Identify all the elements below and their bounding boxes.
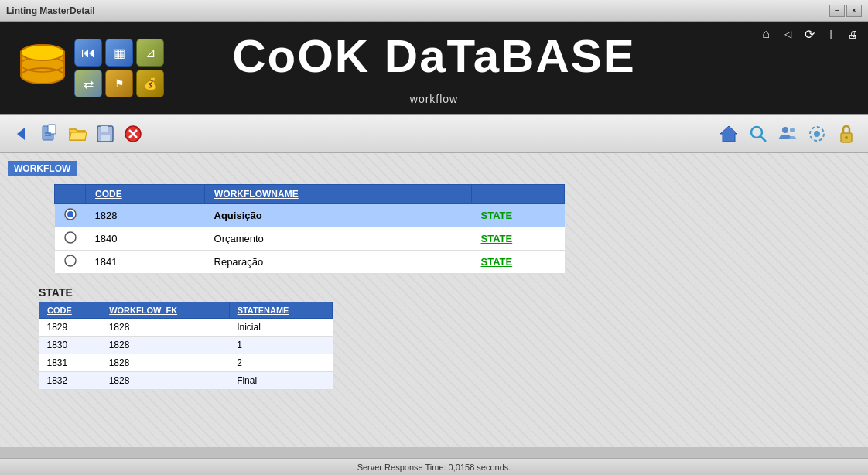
svg-point-26 — [67, 211, 73, 217]
status-text: Server Response Time: 0,0158 seconds. — [357, 463, 511, 472]
nav-back-button[interactable] — [9, 121, 34, 146]
breadcrumb: WORKFLOW — [8, 161, 77, 176]
row-radio[interactable] — [55, 227, 86, 251]
nav-new-button[interactable] — [37, 121, 62, 146]
master-col-state — [472, 185, 565, 204]
toolbar-coins-btn[interactable]: 💰 — [136, 70, 164, 97]
row-radio[interactable] — [55, 204, 86, 227]
refresh-icon[interactable]: ⟳ — [800, 25, 818, 43]
row-code: 1841 — [86, 251, 205, 274]
master-col-radio — [55, 185, 86, 204]
row-code: 1828 — [86, 204, 205, 227]
window-controls: − × — [829, 5, 862, 17]
svg-point-27 — [65, 232, 76, 243]
status-bar: Server Response Time: 0,0158 seconds. — [0, 458, 868, 475]
print-icon[interactable]: 🖨 — [843, 25, 862, 43]
nav-settings-icon[interactable] — [805, 121, 829, 146]
master-col-code[interactable]: CODE — [86, 185, 205, 204]
detail-code: 1831 — [39, 354, 101, 372]
detail-statename: Inicial — [229, 319, 332, 337]
detail-col-workflow-fk[interactable]: WORKFLOW_FK — [101, 302, 229, 319]
table-row: 1829 1828 Inicial — [39, 319, 333, 337]
detail-workflow-fk: 1828 — [101, 372, 229, 390]
svg-rect-11 — [101, 126, 108, 132]
row-code: 1840 — [86, 227, 205, 251]
detail-title: STATE — [39, 286, 837, 299]
title-bar: Linting MasterDetail − × — [0, 0, 868, 22]
toolbar-filter-btn[interactable]: ⊿ — [136, 39, 164, 67]
row-radio[interactable] — [55, 251, 86, 274]
detail-workflow-fk: 1828 — [101, 354, 229, 372]
content-area: WORKFLOW CODE WORKFLOWNAME — [0, 153, 868, 447]
svg-point-28 — [65, 255, 76, 266]
nav-delete-button[interactable] — [121, 121, 145, 146]
detail-workflow-fk: 1828 — [101, 337, 229, 354]
minimize-button[interactable]: − — [829, 5, 845, 17]
master-table: CODE WORKFLOWNAME 1828 — [54, 184, 565, 274]
nav-search-icon[interactable] — [746, 121, 771, 146]
main-content: CODE WORKFLOWNAME 1828 — [8, 184, 860, 390]
toolbar-grid-btn[interactable]: ▦ — [105, 39, 133, 67]
detail-col-statename[interactable]: STATENAME — [229, 302, 332, 319]
row-name: Orçamento — [205, 227, 472, 251]
nav-right-buttons — [716, 121, 859, 146]
detail-section: STATE CODE WORKFLOW_FK STATENAME 1829 18… — [39, 286, 837, 390]
nav-toolbar — [0, 114, 868, 153]
back-icon[interactable]: ◁ — [778, 25, 797, 43]
svg-rect-7 — [48, 125, 56, 134]
row-state-link[interactable]: STATE — [472, 251, 565, 274]
svg-point-19 — [782, 127, 788, 133]
toolbar-flags-btn[interactable]: ⚑ — [105, 70, 133, 97]
svg-point-20 — [790, 128, 795, 132]
app-title: CoOK DaTaBASE — [232, 29, 636, 83]
detail-table: CODE WORKFLOW_FK STATENAME 1829 1828 Ini… — [39, 302, 333, 390]
app-subtitle: workflow — [410, 93, 458, 105]
detail-workflow-fk: 1828 — [101, 319, 229, 337]
row-state-link[interactable]: STATE — [472, 227, 565, 251]
nav-open-button[interactable] — [65, 121, 90, 146]
detail-code: 1832 — [39, 372, 101, 390]
row-state-link[interactable]: STATE — [472, 204, 565, 227]
table-row: 1830 1828 1 — [39, 337, 333, 354]
toolbar-icons: ⏮ ▦ ⊿ ⇄ ⚑ 💰 — [15, 39, 164, 97]
home-icon[interactable]: ⌂ — [757, 25, 775, 43]
nav-lock-icon[interactable] — [834, 121, 859, 146]
svg-point-4 — [21, 45, 64, 60]
svg-marker-5 — [17, 128, 25, 140]
table-row[interactable]: 1841 Reparação STATE — [55, 251, 565, 274]
svg-point-17 — [751, 127, 762, 138]
svg-marker-16 — [720, 126, 737, 142]
master-col-workflowname[interactable]: WORKFLOWNAME — [205, 185, 472, 204]
table-row: 1832 1828 Final — [39, 372, 333, 390]
row-name: Reparação — [205, 251, 472, 274]
detail-statename: 2 — [229, 354, 332, 372]
table-row[interactable]: 1840 Orçamento STATE — [55, 227, 565, 251]
detail-statename: 1 — [229, 337, 332, 354]
separator-icon: | — [822, 25, 840, 43]
toolbar-import-btn[interactable]: ⇄ — [74, 70, 102, 97]
toolbar-back-btn[interactable]: ⏮ — [74, 39, 102, 67]
row-name: Aquisição — [205, 204, 472, 227]
nav-left-buttons — [9, 121, 145, 146]
detail-code: 1829 — [39, 319, 101, 337]
svg-point-2 — [21, 68, 64, 84]
nav-save-button[interactable] — [93, 121, 118, 146]
detail-statename: Final — [229, 372, 332, 390]
detail-col-code[interactable]: CODE — [39, 302, 101, 319]
top-toolbar: ⌂ ◁ ⟳ | 🖨 ⏮ — [0, 22, 868, 114]
svg-rect-12 — [101, 135, 110, 141]
table-row[interactable]: 1828 Aquisição STATE — [55, 204, 565, 227]
svg-point-21 — [814, 131, 820, 137]
svg-point-24 — [845, 136, 848, 139]
nav-users-icon[interactable] — [775, 121, 800, 146]
table-row: 1831 1828 2 — [39, 354, 333, 372]
top-right-icons: ⌂ ◁ ⟳ | 🖨 — [757, 25, 862, 43]
window-title: Linting MasterDetail — [6, 5, 95, 16]
svg-line-18 — [760, 136, 766, 142]
detail-code: 1830 — [39, 337, 101, 354]
nav-home-icon[interactable] — [716, 121, 741, 146]
close-button[interactable]: × — [846, 5, 862, 17]
database-icon — [15, 41, 70, 95]
